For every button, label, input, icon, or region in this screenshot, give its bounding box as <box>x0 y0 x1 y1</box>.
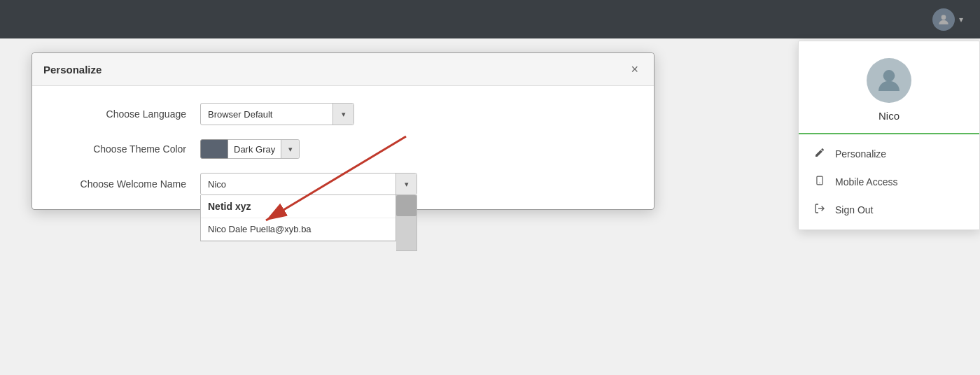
svg-point-3 <box>883 70 895 82</box>
personalize-dialog: Personalize × Choose Language Browser De… <box>31 52 654 210</box>
sign-out-icon <box>813 203 827 217</box>
menu-item-personalize[interactable]: Personalize <box>799 140 979 168</box>
user-menu-button[interactable]: ▾ <box>927 4 969 35</box>
user-menu-header: Nico <box>799 41 979 134</box>
color-swatch[interactable] <box>200 139 228 159</box>
welcome-select[interactable]: Nico ▾ <box>200 173 417 195</box>
language-select-arrow[interactable]: ▾ <box>332 104 354 125</box>
menu-item-sign-out[interactable]: Sign Out <box>799 196 979 224</box>
user-dropdown-menu: Nico Personalize Mobile Access <box>798 41 980 230</box>
welcome-dropdown: Netid xyz Nico Dale Puella@xyb.ba <box>200 195 396 241</box>
welcome-select-value: Nico <box>201 179 396 190</box>
welcome-label: Choose Welcome Name <box>60 178 186 190</box>
navbar-avatar <box>932 8 955 31</box>
theme-select-arrow[interactable]: ▾ <box>281 140 299 158</box>
menu-item-signout-label: Sign Out <box>835 204 873 215</box>
language-control: Browser Default ▾ <box>200 103 354 125</box>
theme-color-row: Choose Theme Color Dark Gray ▾ <box>60 139 626 159</box>
mobile-icon <box>813 175 827 189</box>
menu-item-mobile-label: Mobile Access <box>835 176 897 188</box>
user-menu-avatar <box>867 58 911 103</box>
dialog-body: Choose Language Browser Default ▾ Choose… <box>32 86 654 195</box>
language-label: Choose Language <box>60 108 186 120</box>
dialog-header: Personalize × <box>32 53 654 86</box>
svg-rect-4 <box>817 176 822 185</box>
svg-point-0 <box>941 15 946 20</box>
dropdown-item-0[interactable]: Netid xyz <box>201 195 396 218</box>
theme-label: Choose Theme Color <box>60 143 186 155</box>
user-menu-name: Nico <box>878 110 899 122</box>
welcome-name-row: Choose Welcome Name Nico ▾ Netid xyz Nic… <box>60 173 626 195</box>
welcome-select-arrow[interactable]: ▾ <box>396 174 416 194</box>
scroll-handle <box>396 195 416 216</box>
theme-select[interactable]: Dark Gray ▾ <box>228 139 300 159</box>
dropdown-item-1[interactable]: Nico Dale Puella@xyb.ba <box>201 218 396 241</box>
menu-item-mobile-access[interactable]: Mobile Access <box>799 168 979 196</box>
welcome-control: Nico ▾ Netid xyz Nico Dale Puella@xyb.ba <box>200 173 417 195</box>
language-select-value: Browser Default <box>201 109 332 120</box>
dialog-title: Personalize <box>43 64 102 76</box>
menu-item-personalize-label: Personalize <box>835 148 886 160</box>
dialog-close-button[interactable]: × <box>626 62 643 77</box>
language-row: Choose Language Browser Default ▾ <box>60 103 626 125</box>
user-menu-items: Personalize Mobile Access Sign Out <box>799 134 979 229</box>
welcome-select-wrapper: Nico ▾ Netid xyz Nico Dale Puella@xyb.ba <box>200 173 417 195</box>
navbar: ▾ <box>0 0 980 38</box>
theme-control: Dark Gray ▾ <box>200 139 300 159</box>
personalize-icon <box>813 147 827 161</box>
language-select[interactable]: Browser Default ▾ <box>200 103 354 125</box>
dropdown-scrollbar[interactable] <box>396 195 417 251</box>
chevron-down-icon: ▾ <box>959 15 963 24</box>
theme-select-value: Dark Gray <box>228 144 281 155</box>
